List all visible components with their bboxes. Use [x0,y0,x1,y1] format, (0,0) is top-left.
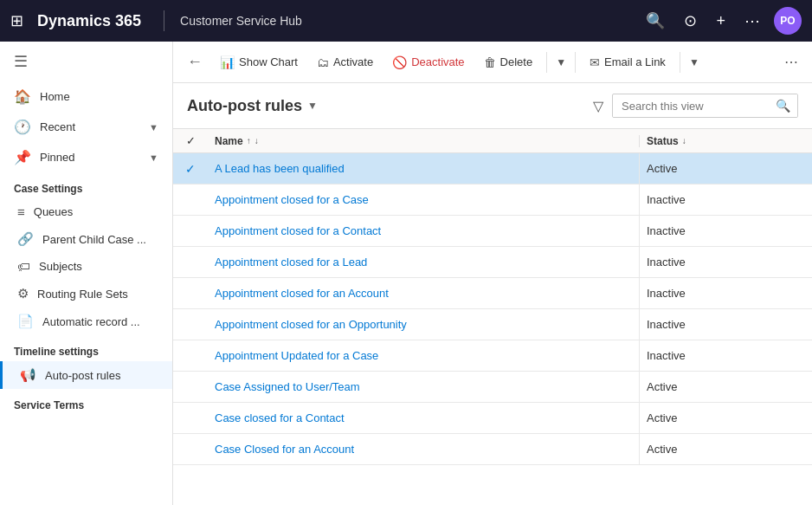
row-name-link[interactable]: Appointment Updated for a Case [208,340,639,371]
header-check[interactable]: ✓ [173,134,208,147]
cmd-separator-1 [546,52,547,73]
email-more-chevron-icon[interactable]: ▼ [686,51,703,74]
table-row[interactable]: Appointment closed for an Opportunity In… [173,309,812,340]
table-row[interactable]: Appointment closed for an Account Inacti… [173,278,812,309]
content-area: ← 📊 Show Chart 🗂 Activate 🚫 Deactivate 🗑… [173,42,812,505]
more-options-icon[interactable]: ⋯ [744,11,760,30]
pinned-chevron-icon: ▼ [149,152,158,163]
main-layout: ☰ 🏠 Home 🕐 Recent ▼ 📌 Pinned ▼ Case Sett… [0,42,812,505]
sidebar-item-home[interactable]: 🏠 Home [0,81,172,112]
row-name-link[interactable]: Appointment closed for a Lead [208,247,639,277]
cmd-separator-2 [575,52,576,73]
show-chart-button[interactable]: 📊 Show Chart [211,50,306,74]
row-name-link[interactable]: Appointment closed for an Account [208,278,639,308]
sidebar-pinned-label: Pinned [40,151,74,164]
deactivate-label: Deactivate [411,55,464,68]
recent-chevron-icon: ▼ [149,122,158,133]
list-title: Auto-post rules ▼ [187,97,318,115]
search-input[interactable] [613,95,769,117]
row-status: Active [639,434,812,464]
app-name: Dynamics 365 [37,12,141,30]
row-status: Active [639,372,812,402]
command-bar-more-icon[interactable]: ⋯ [777,49,805,75]
table-row[interactable]: Case Assigned to User/Team Active [173,372,812,403]
column-header-name[interactable]: Name ↑ ↓ [208,135,639,147]
home-icon: 🏠 [14,88,31,105]
automatic-record-label: Automatic record ... [42,315,140,328]
sidebar-item-queues[interactable]: ≡ Queues [0,198,172,225]
filter-icon[interactable]: ▽ [593,98,603,114]
table-row[interactable]: Appointment Updated for a Case Inactive [173,340,812,372]
auto-post-icon: 📢 [20,367,36,383]
back-button[interactable]: ← [180,48,209,76]
row-name-link[interactable]: Appointment closed for a Case [208,185,639,215]
automatic-record-icon: 📄 [17,314,34,329]
status-col-label: Status [647,135,679,147]
row-status: Inactive [639,309,812,340]
table-row[interactable]: Appointment closed for a Case Inactive [173,185,812,216]
search-button[interactable]: 🔍 [769,94,797,117]
table-row[interactable]: Appointment closed for a Contact Inactiv… [173,216,812,247]
activate-icon: 🗂 [317,55,329,69]
delete-button[interactable]: 🗑 Delete [475,50,542,74]
search-icon[interactable]: 🔍 [646,11,665,30]
data-table: ✓ Name ↑ ↓ Status ↓ ✓ [173,129,812,505]
check-icon: ✓ [185,162,196,176]
auto-post-label: Auto-post rules [45,369,120,382]
avatar[interactable]: PO [774,7,802,35]
row-name-link[interactable]: A Lead has been qualified [208,153,639,184]
deactivate-button[interactable]: 🚫 Deactivate [383,50,473,74]
parent-child-icon: 🔗 [17,231,34,247]
row-name-link[interactable]: Case closed for a Contact [208,403,639,433]
sidebar-item-subjects[interactable]: 🏷 Subjects [0,253,172,280]
settings-icon[interactable]: ⊙ [684,11,697,30]
sidebar-item-routing-rule-sets[interactable]: ⚙ Routing Rule Sets [0,280,172,308]
email-icon: ✉ [590,55,600,69]
subjects-icon: 🏷 [17,259,30,274]
status-sort-icon: ↓ [682,136,686,146]
row-name-link[interactable]: Case Closed for an Account [208,434,639,464]
sidebar-item-automatic-record[interactable]: 📄 Automatic record ... [0,308,172,335]
case-settings-section-title: Case Settings [0,172,172,198]
table-row[interactable]: Case Closed for an Account Active [173,434,812,465]
sort-asc-icon: ↑ [247,136,251,146]
waffle-icon[interactable]: ⊞ [10,11,23,30]
cmd-separator-3 [680,52,680,73]
command-bar: ← 📊 Show Chart 🗂 Activate 🚫 Deactivate 🗑… [173,42,812,83]
service-terms-section-title: Service Terms [0,389,172,415]
list-area: Auto-post rules ▼ ▽ 🔍 ✓ Name [173,83,812,505]
table-row[interactable]: ✓ A Lead has been qualified Active [173,153,812,185]
sidebar-home-label: Home [40,90,70,103]
show-chart-label: Show Chart [239,55,298,68]
queues-label: Queues [34,205,74,218]
sidebar-toggle[interactable]: ☰ [0,42,172,81]
email-link-button[interactable]: ✉ Email a Link [581,50,674,74]
sidebar-item-auto-post-rules[interactable]: 📢 Auto-post rules [0,361,172,389]
row-status: Inactive [639,278,812,308]
sidebar-item-parent-child[interactable]: 🔗 Parent Child Case ... [0,225,172,253]
delete-more-chevron-icon[interactable]: ▼ [552,51,570,74]
name-col-label: Name [215,135,243,147]
list-header: Auto-post rules ▼ ▽ 🔍 [173,83,812,129]
row-name-link[interactable]: Case Assigned to User/Team [208,372,639,402]
add-icon[interactable]: + [716,12,725,30]
table-row[interactable]: Case closed for a Contact Active [173,403,812,434]
row-status: Active [639,403,812,433]
top-navigation: ⊞ Dynamics 365 Customer Service Hub 🔍 ⊙ … [0,0,812,42]
table-row[interactable]: Appointment closed for a Lead Inactive [173,247,812,278]
row-name-link[interactable]: Appointment closed for an Opportunity [208,309,639,340]
timeline-settings-section-title: Timeline settings [0,335,172,361]
activate-button[interactable]: 🗂 Activate [308,50,382,74]
row-name-link[interactable]: Appointment closed for a Contact [208,216,639,246]
sidebar-recent-label: Recent [40,120,75,133]
sidebar-item-pinned[interactable]: 📌 Pinned ▼ [0,142,172,172]
row-checkbox[interactable]: ✓ [173,162,208,176]
sidebar-item-recent[interactable]: 🕐 Recent ▼ [0,112,172,142]
search-box: 🔍 [612,94,798,118]
row-status: Active [639,153,812,184]
subjects-label: Subjects [39,260,82,273]
table-column-header: ✓ Name ↑ ↓ Status ↓ [173,129,812,153]
list-title-chevron-icon[interactable]: ▼ [307,100,318,112]
column-header-status[interactable]: Status ↓ [639,135,812,147]
routing-icon: ⚙ [17,286,29,301]
